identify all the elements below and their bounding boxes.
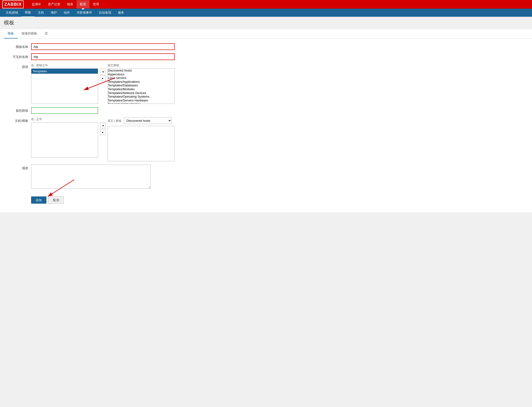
nav-hosts[interactable]: 主机 bbox=[34, 9, 47, 17]
nav-event-correlation[interactable]: 关联项事件 bbox=[73, 9, 95, 17]
group-in-item-templates: Templates bbox=[31, 69, 98, 74]
visible-name-label: 可见的名称 bbox=[5, 53, 31, 59]
transfer-left-hosts-btn[interactable]: ◄ bbox=[100, 123, 106, 128]
visible-name-field bbox=[31, 53, 175, 60]
host-other-listbox[interactable] bbox=[108, 126, 175, 161]
nav-maintenance[interactable]: 维护 bbox=[47, 9, 60, 17]
other-group-templates-servers-hw: Templates/Servers Hardware bbox=[108, 99, 174, 102]
description-textarea[interactable] bbox=[31, 165, 151, 188]
groups-other-label: 其它群组 bbox=[108, 63, 175, 68]
template-name-field bbox=[31, 43, 175, 50]
host-template-row: 主机/模板 在...之中 ◄ ► 其它 | 群组 bbox=[0, 117, 532, 161]
new-group-row: 新的群组 bbox=[0, 107, 532, 114]
form-buttons: 添加 取消 bbox=[0, 193, 532, 207]
template-name-row: 模版名称 bbox=[0, 43, 532, 50]
nav-monitoring[interactable]: 监测中 bbox=[29, 0, 45, 8]
nav-config[interactable]: 配置 bbox=[77, 0, 89, 8]
host-template-content: 在...之中 ◄ ► 其它 | 群组 Discovered hosts bbox=[31, 117, 527, 161]
transfer-right-hosts-btn[interactable]: ► bbox=[100, 129, 106, 135]
host-other-group: 其它 | 群组 Discovered hosts Hypervisors Lin… bbox=[108, 117, 175, 161]
groups-label: 群组 bbox=[5, 63, 31, 69]
groups-other-listbox[interactable]: Discovered hosts Hypervisors Linux serve… bbox=[108, 68, 175, 104]
other-group-templates-applications: Templates/Applications bbox=[108, 80, 174, 84]
nav-assets[interactable]: 资产记录 bbox=[45, 0, 64, 8]
page-title: 模板 bbox=[4, 19, 528, 26]
transfer-buttons-hosts: ◄ ► bbox=[100, 123, 106, 135]
other-group-discovered-hosts: Discovered hosts bbox=[108, 69, 174, 72]
tab-template[interactable]: 模板 bbox=[4, 29, 18, 39]
top-nav-items: 监测中 资产记录 报表 配置 管理 bbox=[29, 0, 102, 8]
host-other-group-label: 其它 | 群组 Discovered hosts Hypervisors Lin… bbox=[108, 117, 175, 124]
groups-in-label: 在...群组之中 bbox=[31, 63, 98, 68]
description-label: 描述 bbox=[5, 165, 31, 170]
nav-admin[interactable]: 管理 bbox=[89, 0, 102, 8]
template-name-label: 模版名称 bbox=[5, 43, 31, 49]
host-template-label: 主机/模板 bbox=[5, 117, 31, 123]
host-in-group: 在...之中 bbox=[31, 117, 98, 158]
description-row: 描述 bbox=[0, 165, 532, 189]
other-group-templates-databases: Templates/Databases bbox=[108, 84, 174, 87]
new-group-label: 新的群组 bbox=[5, 107, 31, 113]
template-name-input[interactable] bbox=[31, 43, 175, 50]
add-button[interactable]: 添加 bbox=[31, 196, 46, 204]
nav-services[interactable]: 服务 bbox=[115, 9, 128, 17]
other-group-templates-os: Templates/Operating Systems bbox=[108, 95, 174, 99]
groups-other-column: 其它群组 Discovered hosts Hypervisors Linux … bbox=[108, 63, 175, 104]
other-group-templates-virtualization: Templates/Virtualization bbox=[108, 102, 174, 104]
transfer-right-groups-btn[interactable]: ► bbox=[100, 75, 106, 81]
new-group-field bbox=[31, 107, 175, 114]
visible-name-row: 可见的名称 bbox=[0, 53, 532, 60]
groups-in-annotation: Templates bbox=[31, 68, 98, 104]
host-in-listbox[interactable] bbox=[31, 122, 98, 158]
groups-in-column: 在...群组之中 Templates bbox=[31, 63, 98, 104]
nav-reports[interactable]: 报表 bbox=[64, 0, 77, 8]
form-area: 模版名称 可见的名称 群组 在...群组之中 Templates bbox=[0, 39, 532, 212]
groups-in-listbox[interactable]: Templates bbox=[31, 68, 98, 104]
other-group-templates-network-devices: Templates/Network Devices bbox=[108, 91, 174, 95]
other-group-hypervisors: Hypervisors bbox=[108, 72, 174, 76]
groups-content: 在...群组之中 Templates bbox=[31, 63, 527, 104]
content-area: 模板 链接的模板 宏 模版名称 可见的名称 群组 在...群组之中 bbox=[0, 29, 532, 212]
other-group-templates-modules: Templates/Modules bbox=[108, 87, 174, 91]
host-in-label: 在...之中 bbox=[31, 117, 98, 121]
second-navigation: 主机群组 模板 主机 维护 动作 关联项事件 自动发现 服务 bbox=[0, 9, 532, 17]
tab-linked-templates[interactable]: 链接的模板 bbox=[18, 29, 41, 39]
new-group-input[interactable] bbox=[31, 107, 98, 114]
nav-host-groups[interactable]: 主机群组 bbox=[2, 9, 22, 17]
transfer-left-groups-btn[interactable]: ◄ bbox=[100, 69, 106, 74]
host-other-group-select[interactable]: Discovered hosts Hypervisors Linux serve… bbox=[124, 117, 172, 124]
nav-templates[interactable]: 模板 bbox=[22, 8, 34, 17]
visible-name-input[interactable] bbox=[31, 53, 175, 60]
tab-bar: 模板 链接的模板 宏 bbox=[0, 29, 532, 39]
transfer-buttons-groups: ◄ ► bbox=[100, 69, 106, 81]
add-button-container: 添加 bbox=[31, 196, 46, 204]
description-field bbox=[31, 165, 175, 189]
top-navigation: ZABBIX 监测中 资产记录 报表 配置 管理 bbox=[0, 0, 532, 9]
nav-actions[interactable]: 动作 bbox=[60, 9, 73, 17]
logo: ZABBIX bbox=[2, 0, 24, 8]
other-group-linux-servers: Linux servers bbox=[108, 76, 174, 80]
groups-row: 群组 在...群组之中 Templates bbox=[0, 63, 532, 104]
tab-macros[interactable]: 宏 bbox=[41, 29, 52, 39]
page-title-area: 模板 bbox=[0, 17, 532, 29]
cancel-button[interactable]: 取消 bbox=[48, 196, 64, 204]
nav-discovery[interactable]: 自动发现 bbox=[95, 9, 115, 17]
